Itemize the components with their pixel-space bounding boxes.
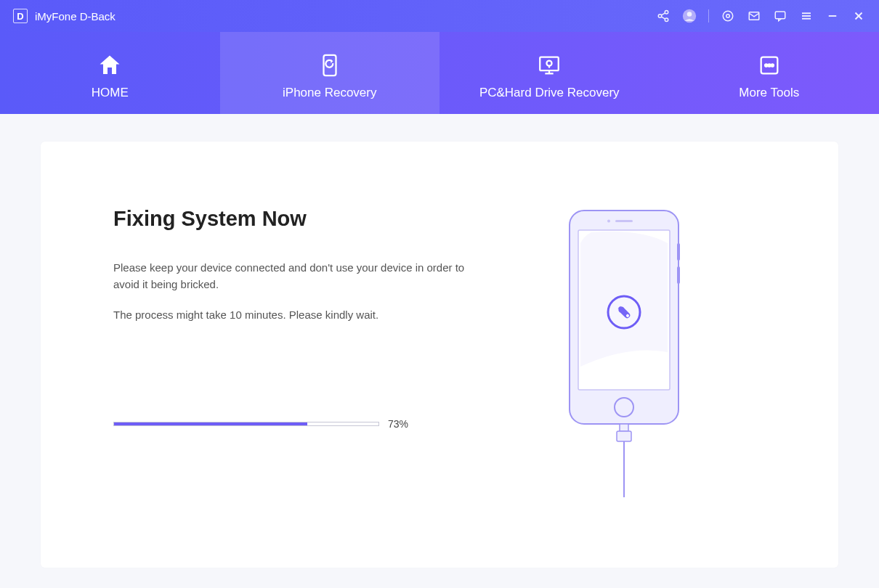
svg-rect-29	[677, 266, 680, 284]
svg-point-8	[726, 15, 730, 18]
svg-point-1	[658, 15, 662, 18]
progress-percent-label: 73%	[388, 418, 411, 430]
svg-point-19	[547, 60, 552, 65]
tab-more-tools-label: More Tools	[739, 86, 799, 100]
user-icon[interactable]	[682, 9, 697, 23]
share-icon[interactable]	[656, 9, 671, 23]
minimize-icon[interactable]	[825, 9, 840, 23]
svg-point-24	[765, 64, 767, 66]
phone-illustration	[555, 207, 700, 483]
instruction-text-1: Please keep your device connected and do…	[113, 260, 482, 293]
svg-point-26	[771, 64, 773, 66]
app-title: iMyFone D-Back	[35, 10, 116, 23]
svg-rect-10	[775, 12, 785, 19]
close-icon[interactable]	[851, 9, 866, 23]
titlebar: D iMyFone D-Back	[0, 0, 879, 32]
svg-point-25	[768, 64, 770, 66]
progress-wrap: 73%	[113, 418, 411, 430]
content-area: Fixing System Now Please keep your devic…	[0, 114, 879, 588]
svg-point-2	[665, 18, 668, 22]
titlebar-icons	[656, 9, 866, 23]
tab-iphone-recovery-label: iPhone Recovery	[283, 86, 376, 100]
svg-point-7	[723, 11, 733, 21]
svg-point-32	[607, 220, 610, 223]
main-nav: HOME iPhone Recovery	[0, 32, 879, 114]
svg-point-0	[665, 11, 668, 15]
right-column	[482, 207, 773, 524]
more-icon	[756, 52, 782, 78]
settings-icon[interactable]	[721, 9, 735, 23]
svg-point-6	[687, 12, 692, 17]
svg-rect-37	[617, 431, 631, 441]
progress-fill	[114, 422, 307, 425]
refresh-icon	[317, 52, 343, 78]
svg-rect-18	[540, 57, 559, 70]
tab-more-tools[interactable]: More Tools	[660, 32, 880, 114]
tab-home-label: HOME	[92, 86, 129, 100]
page-heading: Fixing System Now	[113, 207, 482, 231]
tab-home[interactable]: HOME	[0, 32, 220, 114]
feedback-icon[interactable]	[773, 9, 787, 23]
main-card: Fixing System Now Please keep your devic…	[41, 142, 838, 568]
tab-pc-recovery-label: PC&Hard Drive Recovery	[479, 86, 620, 100]
svg-rect-31	[615, 220, 633, 222]
home-icon	[97, 52, 123, 78]
mail-icon[interactable]	[747, 9, 761, 23]
menu-icon[interactable]	[799, 9, 814, 23]
monitor-icon	[536, 52, 562, 78]
titlebar-divider	[708, 9, 709, 23]
app-logo: D	[13, 9, 28, 23]
tab-pc-recovery[interactable]: PC&Hard Drive Recovery	[440, 32, 660, 114]
tab-iphone-recovery[interactable]: iPhone Recovery	[220, 32, 440, 114]
app-logo-letter: D	[17, 11, 23, 22]
instruction-text-2: The process might take 10 minutes. Pleas…	[113, 307, 482, 324]
svg-line-4	[661, 17, 665, 19]
progress-bar	[113, 422, 379, 426]
svg-line-3	[661, 13, 665, 15]
svg-rect-28	[677, 243, 680, 261]
left-column: Fixing System Now Please keep your devic…	[113, 207, 482, 524]
svg-rect-36	[620, 424, 628, 431]
